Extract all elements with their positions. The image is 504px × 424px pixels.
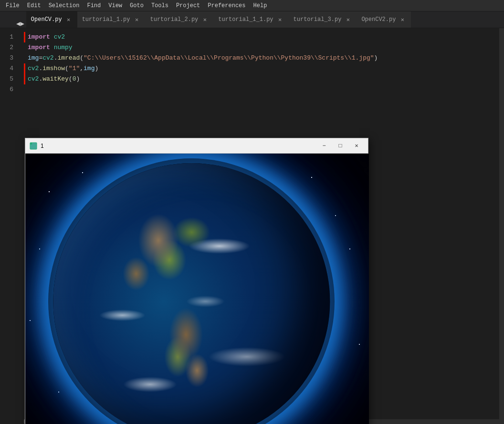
str-winname: "1" — [69, 63, 80, 74]
image-window-icon — [29, 142, 38, 150]
fn-waitkey: waitKey — [42, 74, 69, 84]
tab-turtorial1[interactable]: turtorial_1.py ✕ — [77, 11, 146, 28]
image-titlebar: 1 − □ ✕ — [25, 138, 368, 154]
kw-import-1: import — [28, 32, 50, 42]
menu-find[interactable]: Find — [83, 0, 105, 11]
earth-globe — [53, 163, 330, 424]
tab-label-opencv2: OpenCV2.py — [361, 16, 396, 23]
menu-edit[interactable]: Edit — [23, 0, 45, 11]
tab-turtorial1-1[interactable]: turtorial_1_1.py ✕ — [213, 11, 288, 28]
code-line-6 — [28, 84, 499, 95]
var-img-2: img — [84, 63, 94, 74]
image-window[interactable]: 1 − □ ✕ https://blog.csdn.net/m0_4747274… — [25, 138, 368, 424]
kw-import-2: import — [28, 42, 50, 53]
code-line-2: import numpy — [28, 42, 499, 53]
tab-close-turtorial2[interactable]: ✕ — [201, 16, 209, 23]
tab-close-opencv2[interactable]: ✕ — [399, 16, 406, 23]
line-num-4: 4 — [0, 63, 19, 74]
line-num-1: 1 — [0, 32, 19, 42]
code-line-5: cv2 . waitKey ( 0 ) — [28, 74, 499, 84]
menu-file[interactable]: File — [2, 0, 23, 11]
menu-help[interactable]: Help — [250, 0, 271, 11]
vertical-scrollbar[interactable] — [499, 28, 504, 424]
line-numbers: 1 2 3 4 5 6 — [0, 28, 24, 424]
window-controls: − □ ✕ — [316, 141, 364, 151]
var-img: img — [28, 53, 39, 63]
line-num-3: 3 — [0, 53, 19, 63]
line-num-6: 6 — [0, 84, 19, 95]
menu-bar: File Edit Selection Find View Goto Tools… — [0, 0, 504, 11]
module-cv2-4: cv2 — [28, 74, 39, 84]
module-cv2-1: cv2 — [54, 32, 65, 42]
tab-opencv[interactable]: OpenCV.py ✕ — [26, 11, 77, 28]
tab-close-turtorial3[interactable]: ✕ — [344, 16, 352, 23]
tab-turtorial3[interactable]: turtorial_3.py ✕ — [289, 11, 357, 28]
menu-project[interactable]: Project — [172, 0, 204, 11]
image-window-title: 1 — [41, 143, 316, 149]
line-num-2: 2 — [0, 42, 19, 53]
module-cv2-3: cv2 — [28, 63, 39, 74]
menu-selection[interactable]: Selection — [45, 0, 84, 11]
code-line-1: import cv2 — [28, 32, 499, 42]
tab-turtorial2[interactable]: turtorial_2.py ✕ — [146, 11, 214, 28]
minimize-button[interactable]: − — [316, 141, 332, 151]
tab-close-opencv[interactable]: ✕ — [65, 16, 73, 23]
module-numpy: numpy — [54, 42, 73, 53]
tab-label-turtorial1-1: turtorial_1_1.py — [218, 16, 273, 23]
str-path: "C:\\Users\\15162\\AppData\\Local\\Progr… — [84, 53, 374, 63]
menu-preferences[interactable]: Preferences — [204, 0, 249, 11]
num-0: 0 — [73, 74, 76, 84]
code-line-4: cv2 . imshow ( "1" , img ) — [28, 63, 499, 74]
tab-opencv2[interactable]: OpenCV2.py ✕ — [357, 11, 411, 28]
menu-goto[interactable]: Goto — [126, 0, 147, 11]
tab-bar: ◀▶ OpenCV.py ✕ turtorial_1.py ✕ turtoria… — [0, 11, 504, 28]
tab-nav-arrows[interactable]: ◀▶ — [14, 20, 26, 28]
fn-imshow: imshow — [42, 63, 65, 74]
tab-close-turtorial1[interactable]: ✕ — [133, 16, 141, 23]
earth-image: https://blog.csdn.net/m0_47472749 — [25, 154, 369, 424]
menu-tools[interactable]: Tools — [147, 0, 172, 11]
close-window-button[interactable]: ✕ — [349, 141, 364, 151]
module-cv2-2: cv2 — [42, 53, 53, 63]
tab-label-opencv: OpenCV.py — [31, 16, 62, 23]
code-line-3: img = cv2 . imread ( "C:\\Users\\15162\\… — [28, 53, 499, 63]
tab-label-turtorial3: turtorial_3.py — [294, 16, 342, 23]
maximize-button[interactable]: □ — [333, 141, 348, 151]
svg-rect-1 — [30, 143, 32, 145]
line-num-5: 5 — [0, 74, 19, 84]
fn-imread: imread — [57, 53, 80, 63]
editor-area: 1 2 3 4 5 6 import cv2 import numpy img … — [0, 28, 504, 424]
tab-close-turtorial1-1[interactable]: ✕ — [276, 16, 284, 23]
menu-view[interactable]: View — [105, 0, 126, 11]
tab-label-turtorial1: turtorial_1.py — [82, 16, 130, 23]
tab-label-turtorial2: turtorial_2.py — [150, 16, 199, 23]
